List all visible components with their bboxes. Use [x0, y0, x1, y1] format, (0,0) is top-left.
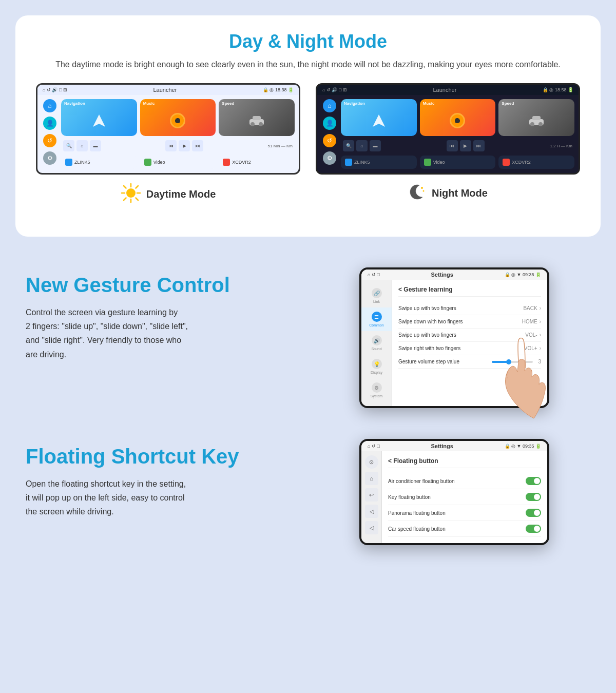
hand-gesture-icon [483, 331, 565, 424]
night-shortcut-video[interactable]: Video [420, 156, 496, 169]
nav-tile-day[interactable]: Navigation [61, 99, 137, 136]
gesture-image: ⌂ ↺ □ Settings 🔒 ◎ ▼ 09:35 🔋 🔗 Link ☰ [318, 267, 590, 408]
ctrl-search-night[interactable]: 🔍 [343, 140, 354, 151]
gesture-text: New Gesture Control Control the screen v… [26, 267, 298, 361]
float-btn-vol-dn[interactable]: ◁ [365, 521, 378, 534]
toggle-carspeed[interactable] [526, 525, 541, 533]
ctrl-bar-night[interactable]: ▬ [370, 140, 381, 151]
chevron-0: › [540, 305, 541, 311]
refresh-icon-night[interactable]: ↺ [323, 134, 336, 147]
float-btn-back[interactable]: ↩ [365, 488, 378, 502]
ctrl-next-night[interactable]: ⏭ [473, 140, 485, 151]
night-status-right: 🔒 ◎ 18:58 🔋 [543, 87, 573, 92]
svg-marker-14 [373, 114, 385, 127]
day-controls-row: 🔍 ⌂ ▬ ⏮ ▶ ⏭ 51 Min — Km [61, 139, 295, 152]
settings-nav-display[interactable]: 💡 Display [361, 355, 392, 378]
svg-line-11 [136, 198, 138, 201]
day-status-right: 🔒 ◎ 18:38 🔋 [263, 87, 294, 92]
gesture-row-1: Swipe down with two fingers HOME › [398, 315, 541, 329]
night-device: ⌂ ↺ 🔊 □ ⊞ Launcher 🔒 ◎ 18:58 🔋 ⌂ 👤 ↺ ⚙ [316, 83, 580, 175]
day-screen-content: ⌂ 👤 ↺ ⚙ Navigation [37, 95, 299, 173]
night-time-info: 1.2 H — Km [550, 144, 572, 148]
gear-icon-night[interactable]: ⚙ [323, 151, 336, 165]
user-icon-night[interactable]: 👤 [323, 117, 336, 130]
floating-back[interactable]: < Floating button [388, 457, 541, 468]
float-row-0: Air conditioner floating button [388, 473, 541, 489]
day-shortcut-xcdvr[interactable]: XCDVR2 [219, 156, 295, 169]
ctrl-prev-day[interactable]: ⏮ [165, 140, 177, 151]
settings-nav-common[interactable]: ☰ Common [361, 307, 392, 331]
sun-icon [121, 183, 141, 206]
gesture-back[interactable]: < Gesture learning [398, 286, 541, 297]
ctrl-home-day[interactable]: ⌂ [76, 140, 88, 151]
day-time-info: 51 Min — Km [268, 144, 293, 148]
nav-label-night: Navigation [344, 101, 414, 106]
toggle-panorama[interactable] [526, 509, 541, 517]
day-shortcut-video[interactable]: Video [140, 156, 216, 169]
night-statusbar: ⌂ ↺ 🔊 □ ⊞ Launcher 🔒 ◎ 18:58 🔋 [317, 85, 579, 95]
section-day-night: Day & Night Mode The daytime mode is bri… [15, 15, 601, 237]
svg-rect-16 [532, 116, 541, 120]
ctrl-next-day[interactable]: ⏭ [192, 140, 203, 151]
svg-marker-0 [93, 114, 105, 127]
home-icon-day[interactable]: ⌂ [43, 99, 56, 112]
day-sidebar: ⌂ 👤 ↺ ⚙ [42, 99, 58, 169]
day-status-left: ⌂ ↺ 🔊 □ ⊞ [43, 87, 67, 92]
svg-point-5 [126, 188, 136, 198]
settings-nav-system[interactable]: ⚙ System [361, 378, 392, 402]
ctrl-bar-day[interactable]: ▬ [90, 140, 101, 151]
gesture-row-0: Swipe up with two fingers BACK › [398, 302, 541, 315]
nav-tile-night[interactable]: Navigation [341, 99, 417, 136]
speed-label-day: Speed [222, 101, 292, 106]
float-btn-power[interactable]: ⊙ [365, 455, 378, 469]
ctrl-prev-night[interactable]: ⏮ [447, 140, 458, 151]
float-btn-vol-up[interactable]: ◁ [365, 505, 378, 518]
settings-nav-sound[interactable]: 🔊 Sound [361, 331, 392, 355]
gesture-statusbar: ⌂ ↺ □ Settings 🔒 ◎ ▼ 09:35 🔋 [361, 270, 547, 280]
night-controls-row: 🔍 ⌂ ▬ ⏮ ▶ ⏭ 1.2 H — Km [341, 139, 574, 152]
night-shortcut-xcdvr[interactable]: XCDVR2 [498, 156, 574, 169]
night-status-center: Launcher [433, 87, 456, 93]
float-btn-home[interactable]: ⌂ [365, 472, 378, 485]
night-screen-container: ⌂ ↺ 🔊 □ ⊞ Launcher 🔒 ◎ 18:58 🔋 ⌂ 👤 ↺ ⚙ [316, 83, 580, 206]
ctrl-play-night[interactable]: ▶ [460, 140, 471, 151]
speed-tile-day[interactable]: Speed [219, 99, 295, 136]
section-gesture: New Gesture Control Control the screen v… [0, 257, 616, 429]
nav-label-day: Navigation [64, 101, 134, 106]
svg-rect-2 [253, 116, 261, 120]
ctrl-search-day[interactable]: 🔍 [63, 140, 74, 151]
day-shortcut-zlink[interactable]: ZLINK5 [61, 156, 137, 169]
music-label-night: Music [423, 101, 493, 106]
floating-title: Floating Shortcut Key [26, 444, 298, 469]
gesture-status-right: 🔒 ◎ ▼ 09:35 🔋 [505, 272, 541, 277]
gear-icon-day[interactable]: ⚙ [43, 151, 56, 165]
toggle-ac[interactable] [526, 477, 541, 485]
day-device: ⌂ ↺ 🔊 □ ⊞ Launcher 🔒 ◎ 18:38 🔋 ⌂ 👤 ↺ ⚙ [36, 83, 300, 175]
night-shortcut-zlink[interactable]: ZLINK5 [341, 156, 417, 169]
music-tile-day[interactable]: Music [140, 99, 216, 136]
night-screen-content: ⌂ 👤 ↺ ⚙ Navigation [317, 95, 579, 173]
chevron-1: › [540, 319, 541, 324]
svg-point-17 [530, 122, 534, 126]
ctrl-home-night[interactable]: ⌂ [356, 140, 368, 151]
toggle-key[interactable] [526, 493, 541, 501]
gesture-status-center: Settings [431, 272, 453, 278]
floating-text: Floating Shortcut Key Open the floating … [26, 439, 298, 519]
refresh-icon-day[interactable]: ↺ [43, 134, 56, 147]
speed-tile-night[interactable]: Speed [498, 99, 574, 136]
settings-nav-link[interactable]: 🔗 Link [361, 284, 392, 307]
svg-point-20 [423, 190, 425, 192]
music-tile-night[interactable]: Music [420, 99, 496, 136]
svg-point-19 [421, 187, 423, 189]
night-mode-label: Night Mode [408, 183, 488, 204]
ctrl-play-day[interactable]: ▶ [179, 140, 190, 151]
svg-point-4 [259, 122, 263, 126]
daytime-mode-label: Daytime Mode [121, 183, 216, 206]
user-icon-day[interactable]: 👤 [43, 117, 56, 130]
gesture-title: New Gesture Control [26, 273, 298, 297]
home-icon-night[interactable]: ⌂ [323, 99, 336, 112]
svg-line-10 [124, 186, 126, 188]
night-shortcuts: ZLINK5 Video XCDVR2 [341, 156, 574, 169]
moon-icon [408, 183, 427, 204]
floating-settings-content: ⊙ ⌂ ↩ ◁ ◁ < Floating button Air conditio… [361, 451, 547, 543]
